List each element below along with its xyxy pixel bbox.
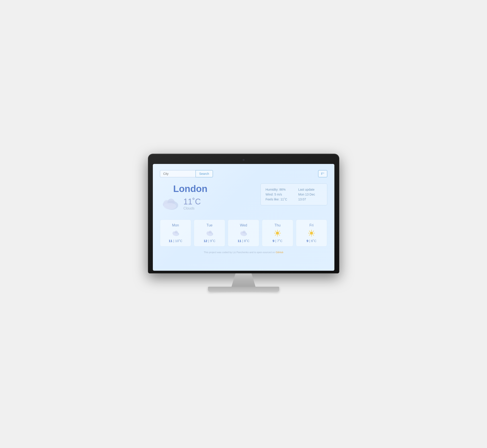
last-update-time: 13:07 xyxy=(298,198,322,201)
svg-line-27 xyxy=(279,231,280,232)
svg-line-25 xyxy=(275,231,276,232)
unit-toggle-button[interactable]: F° xyxy=(318,170,327,177)
forecast-day: Mon xyxy=(172,223,179,227)
svg-line-37 xyxy=(309,235,310,235)
forecast-temps: 11 | 8˚C xyxy=(238,239,249,243)
forecast-card: Fri 9 | 6˚C xyxy=(296,220,327,247)
sun-icon xyxy=(307,230,316,237)
forecast-card: Thu 9 | 7˚C xyxy=(262,220,293,247)
description: Clouds xyxy=(184,207,195,210)
city-name: London xyxy=(173,184,208,194)
cloud-icon xyxy=(160,196,180,212)
forecast-temps: 9 | 7˚C xyxy=(272,239,283,243)
current-weather: London 11˚C Clouds xyxy=(160,184,208,212)
svg-line-36 xyxy=(313,231,314,232)
forecast-temps: 9 | 6˚C xyxy=(307,239,317,243)
cloud-small-icon xyxy=(205,230,214,237)
github-link[interactable]: GitHub xyxy=(276,251,283,254)
sun-icon xyxy=(273,230,282,237)
forecast-day: Wed xyxy=(240,223,247,227)
monitor-base xyxy=(208,287,279,292)
svg-point-20 xyxy=(276,232,279,235)
cloud-small-icon xyxy=(239,230,248,237)
search-area: Search xyxy=(160,170,213,177)
footer-text-middle: and is open-sourced on xyxy=(249,251,276,254)
svg-point-9 xyxy=(173,233,178,236)
forecast-temps: 12 | 9˚C xyxy=(204,239,215,243)
svg-point-19 xyxy=(241,233,246,236)
svg-line-35 xyxy=(313,235,314,235)
svg-point-14 xyxy=(207,233,212,236)
svg-point-4 xyxy=(164,203,176,209)
forecast-day: Thu xyxy=(275,223,281,227)
wind-label: Wind: 5 m/s xyxy=(266,193,289,196)
info-box: Humidity: 86% Last update Wind: 5 m/s Mo… xyxy=(261,184,327,205)
webcam xyxy=(243,159,245,161)
svg-line-28 xyxy=(275,235,276,235)
monitor-base-reflection xyxy=(212,293,275,294)
feels-like-label: Feels like: 11˚C xyxy=(266,198,289,201)
monitor-wrapper: Search F° London xyxy=(148,154,339,294)
monitor-frame: Search F° London xyxy=(148,154,339,273)
main-weather: London 11˚C Clouds xyxy=(160,184,327,212)
temp-desc: 11˚C Clouds xyxy=(184,197,201,210)
last-update-label: Last update xyxy=(298,188,322,191)
forecast-section: Mon 11 | 10˚CTue 12 | 9˚CWed 11 | 8˚CThu xyxy=(160,220,327,247)
city-input[interactable] xyxy=(160,170,196,177)
forecast-day: Fri xyxy=(310,223,314,227)
footer-author: Liz Panchenko xyxy=(233,251,249,254)
cloud-small-icon xyxy=(171,230,180,237)
svg-line-34 xyxy=(309,231,310,232)
svg-line-26 xyxy=(279,235,280,235)
footer-text-before: This project was coded by xyxy=(204,251,233,254)
footer: This project was coded by Liz Panchenko … xyxy=(160,251,327,254)
monitor-neck xyxy=(230,273,257,287)
humidity-label: Humidity: 86% xyxy=(266,188,289,191)
forecast-card: Wed 11 | 8˚C xyxy=(228,220,259,247)
weather-icon-temp: 11˚C Clouds xyxy=(160,196,201,212)
top-bar: Search F° xyxy=(160,170,327,177)
monitor-bezel-top xyxy=(153,158,334,162)
forecast-card: Mon 11 | 10˚C xyxy=(160,220,191,247)
search-button[interactable]: Search xyxy=(196,170,213,177)
forecast-temps: 11 | 10˚C xyxy=(169,239,182,243)
last-update-date: Mon 13 Dec xyxy=(298,193,322,196)
temperature: 11˚C xyxy=(184,197,201,207)
monitor-screen: Search F° London xyxy=(153,164,334,271)
forecast-card: Tue 12 | 9˚C xyxy=(194,220,225,247)
forecast-day: Tue xyxy=(207,223,212,227)
svg-point-29 xyxy=(310,232,313,235)
